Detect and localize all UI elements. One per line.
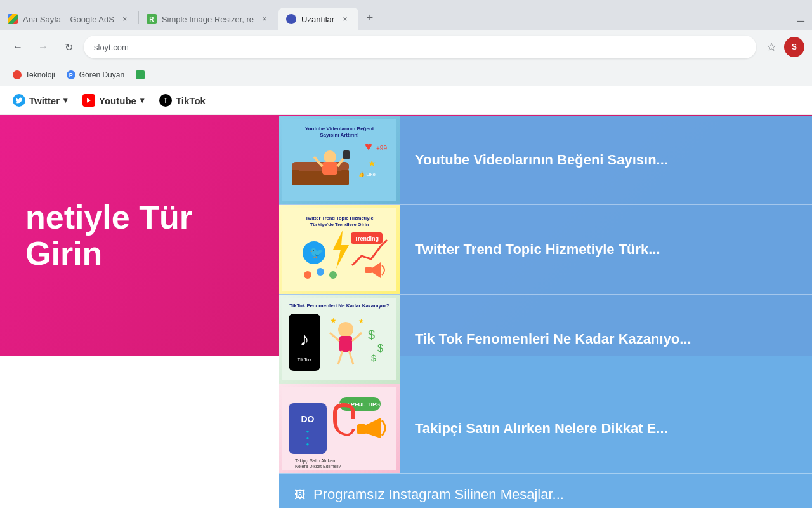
hero-line2: Girin <box>25 236 192 272</box>
svg-text:●: ● <box>306 441 310 447</box>
svg-rect-7 <box>341 170 349 185</box>
bookmark-label-goren-duyan: Gören Duyan <box>79 70 124 79</box>
bookmark-teknoloji[interactable]: Teknoloji <box>8 68 60 82</box>
dropdown-item-icon-instagram: 🖼 <box>294 488 306 502</box>
tab-close-resizer[interactable]: × <box>259 13 270 25</box>
svg-text:$: $ <box>368 328 375 342</box>
svg-text:★: ★ <box>358 318 364 324</box>
nav-label-tiktok: TikTok <box>176 95 206 106</box>
svg-text:TikTok Fenomenleri Ne Kadar Ka: TikTok Fenomenleri Ne Kadar Kazanıyor? <box>289 303 390 309</box>
browser-chrome: Ana Sayfa – Google AdS × R Simple Image … <box>0 0 812 86</box>
svg-text:★: ★ <box>368 158 376 168</box>
dropdown-overlay: Youtube Videolarının Beğeni Sayısını Art… <box>279 116 812 508</box>
page-content: Twitter ▾ Youtube ▾ T TikTok netiyle Tür <box>0 86 812 508</box>
omnibox-url: sloyt.com <box>94 43 129 52</box>
bookmark-label-teknoloji: Teknoloji <box>25 70 55 79</box>
avatar[interactable]: S <box>784 37 804 57</box>
svg-rect-12 <box>343 150 350 159</box>
svg-rect-53 <box>357 424 366 434</box>
svg-rect-6 <box>292 170 299 185</box>
tab-google-ads[interactable]: Ana Sayfa – Google AdS × <box>0 8 138 30</box>
bookmark-3[interactable] <box>131 68 150 82</box>
svg-text:♪: ♪ <box>300 328 310 349</box>
dropdown-item-title-youtube-likes: Youtube Videolarının Beğeni Sayısın... <box>400 141 812 180</box>
dropdown-item-takipci[interactable]: DO ● ● ● HELPFUL TIPS <box>279 384 812 474</box>
dropdown-item-title-twitter-trend: Twitter Trend Topic Hizmetiyle Türk... <box>400 231 812 269</box>
svg-text:🐦: 🐦 <box>310 246 324 260</box>
dropdown-item-instagram[interactable]: 🖼 Programsız Instagram Silinen Mesajlar.… <box>279 474 812 508</box>
site-nav: Twitter ▾ Youtube ▾ T TikTok <box>0 86 812 115</box>
dropdown-thumb-twitter-trend: Twitter Trend Topic Hizmetiyle Türkiye'd… <box>279 205 400 294</box>
bookmark-star-icon[interactable]: ☆ <box>761 37 782 57</box>
svg-text:+99: +99 <box>376 145 387 152</box>
nav-arrow-youtube: ▾ <box>140 96 144 105</box>
tab-extensions[interactable]: Uzantılar × <box>278 8 358 30</box>
bookmark-favicon-goren-duyan: P <box>67 70 75 79</box>
nav-item-twitter[interactable]: Twitter ▾ <box>13 94 67 107</box>
svg-text:$: $ <box>377 343 383 354</box>
tab-close-extensions[interactable]: × <box>339 13 351 25</box>
svg-rect-26 <box>365 267 372 273</box>
nav-label-youtube: Youtube <box>99 95 136 106</box>
bookmarks-bar: Teknoloji P Gören Duyan <box>0 64 812 86</box>
svg-rect-9 <box>322 162 337 175</box>
omnibox-actions: ☆ S <box>761 37 804 57</box>
dropdown-item-twitter-trend[interactable]: Twitter Trend Topic Hizmetiyle Türkiye'd… <box>279 205 812 295</box>
tab-favicon-resizer: R <box>147 14 157 24</box>
address-bar[interactable]: sloyt.com <box>84 36 756 58</box>
bookmark-favicon-3 <box>136 70 145 79</box>
bookmark-goren-duyan[interactable]: P Gören Duyan <box>62 68 129 82</box>
reload-button[interactable]: ↻ <box>58 37 79 57</box>
svg-text:Nelere Dikkat Edilmeli?: Nelere Dikkat Edilmeli? <box>295 464 341 469</box>
hero-text: netiyle Tür Girin <box>25 199 192 272</box>
omnibox-bar: ← → ↻ sloyt.com ☆ S <box>0 30 812 64</box>
svg-text:●: ● <box>306 429 310 434</box>
svg-point-23 <box>304 271 311 279</box>
bookmark-favicon-teknoloji <box>13 70 22 79</box>
tab-bar: Ana Sayfa – Google AdS × R Simple Image … <box>0 0 812 30</box>
tab-favicon-google-ads <box>8 14 18 24</box>
twitter-icon <box>13 94 25 107</box>
nav-arrow-twitter: ▾ <box>63 96 67 105</box>
svg-text:●: ● <box>306 435 310 441</box>
back-button[interactable]: ← <box>8 37 28 57</box>
svg-text:Trending: Trending <box>355 236 379 242</box>
svg-rect-35 <box>339 336 352 352</box>
svg-text:Twitter Trend Topic Hizmetiyle: Twitter Trend Topic Hizmetiyle <box>305 215 373 221</box>
dropdown-item-title-tiktok: Tik Tok Fenomenleri Ne Kadar Kazanıyo... <box>400 320 812 359</box>
dropdown-item-tiktok[interactable]: TikTok Fenomenleri Ne Kadar Kazanıyor? ♪… <box>279 295 812 384</box>
svg-text:Takipçi Satın Alırken: Takipçi Satın Alırken <box>295 458 335 464</box>
svg-marker-0 <box>87 98 91 103</box>
tab-favicon-extensions <box>286 14 296 24</box>
new-tab-button[interactable]: + <box>361 9 379 27</box>
dropdown-item-title-takipci: Takipçi Satın Alırken Nelere Dikkat E... <box>400 410 812 448</box>
hero-line1: netiyle Tür <box>25 199 192 236</box>
dropdown-thumb-takipci: DO ● ● ● HELPFUL TIPS <box>279 384 400 473</box>
svg-text:DO: DO <box>301 414 315 424</box>
svg-text:Sayısını Arttırın!: Sayısını Arttırın! <box>320 132 359 138</box>
svg-text:👍 Like: 👍 Like <box>358 171 376 177</box>
tab-title-extensions: Uzantılar <box>301 15 334 24</box>
tab-title-resizer: Simple Image Resizer, re <box>162 15 254 24</box>
svg-text:Youtube Videolarının Beğeni: Youtube Videolarının Beğeni <box>305 126 374 131</box>
svg-point-25 <box>329 271 337 279</box>
nav-label-twitter: Twitter <box>29 95 60 106</box>
svg-point-24 <box>317 268 324 276</box>
tab-title-google-ads: Ana Sayfa – Google AdS <box>23 15 114 24</box>
svg-text:TikTok: TikTok <box>298 357 313 363</box>
svg-text:Türkiye'de Trendlere Girin: Türkiye'de Trendlere Girin <box>310 222 369 227</box>
minimize-button[interactable]: – <box>795 11 807 30</box>
svg-text:★: ★ <box>330 316 337 325</box>
dropdown-item-youtube-likes[interactable]: Youtube Videolarının Beğeni Sayısını Art… <box>279 116 812 205</box>
nav-item-tiktok[interactable]: T TikTok <box>159 94 206 107</box>
dropdown-thumb-youtube-likes: Youtube Videolarının Beğeni Sayısını Art… <box>279 116 400 204</box>
nav-item-youtube[interactable]: Youtube ▾ <box>82 94 144 107</box>
svg-point-8 <box>324 150 336 163</box>
dropdown-item-title-instagram: Programsız Instagram Silinen Mesajlar... <box>313 486 564 503</box>
forward-button[interactable]: → <box>33 37 53 57</box>
youtube-icon <box>82 94 95 107</box>
tiktok-icon: T <box>159 94 172 107</box>
svg-text:♥: ♥ <box>365 139 372 153</box>
tab-close-google-ads[interactable]: × <box>119 13 131 25</box>
tab-resizer[interactable]: R Simple Image Resizer, re × <box>139 8 278 30</box>
